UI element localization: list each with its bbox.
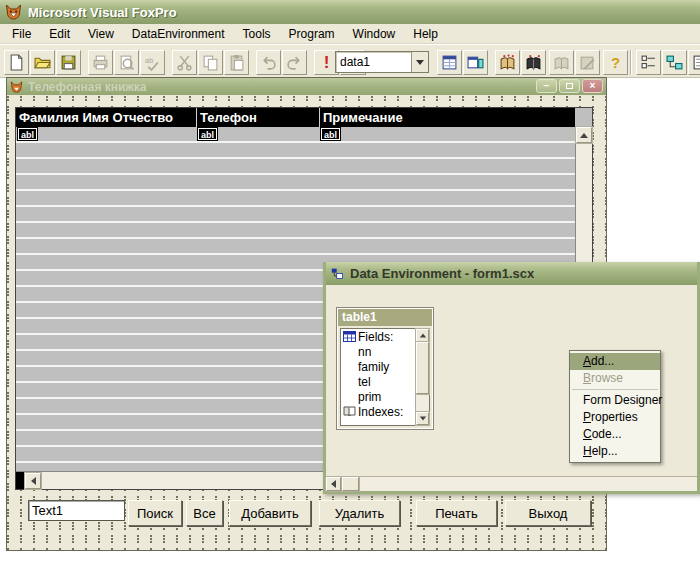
scroll-left-button[interactable] <box>25 473 41 489</box>
data-environment-horizontal-scrollbar[interactable] <box>326 476 697 491</box>
properties-button[interactable] <box>688 50 700 75</box>
scrollbar-thumb[interactable] <box>342 477 359 491</box>
foxpro-main-window: Microsoft Visual FoxPro File Edit View D… <box>0 0 700 567</box>
desktop-area: Телефонная книжка − × Фамилия Имя Отчест… <box>0 78 700 567</box>
scroll-up-button[interactable] <box>416 329 429 342</box>
open-folder-icon <box>34 54 51 71</box>
data-environment-button[interactable] <box>662 50 687 75</box>
menu-item-label: rowse <box>591 371 623 385</box>
context-menu-code[interactable]: Code... <box>570 426 660 443</box>
tab-order-button[interactable] <box>636 50 661 75</box>
delete-record-button[interactable]: Удалить <box>319 500 400 526</box>
field-list-scrollbar[interactable] <box>415 329 429 425</box>
maximize-button[interactable] <box>559 79 580 93</box>
scroll-up-button[interactable] <box>576 127 592 143</box>
menu-help[interactable]: Help <box>407 25 444 43</box>
textbox-control-marker: abl <box>198 128 217 140</box>
print-button[interactable] <box>88 50 113 75</box>
data-session-button[interactable] <box>463 50 488 75</box>
context-menu-form-designer[interactable]: Form Designer <box>570 392 660 409</box>
table1-field-list: Fields: nn family tel prim Indexes: <box>340 328 430 426</box>
print-preview-button[interactable] <box>114 50 139 75</box>
menu-program[interactable]: Program <box>283 25 341 43</box>
form-window-controls: − × <box>536 79 603 93</box>
record-marker-block <box>16 472 25 489</box>
context-menu-browse[interactable]: Browse <box>570 370 660 387</box>
context-menu-properties[interactable]: Properties <box>570 409 660 426</box>
disabled-builder-button-1[interactable] <box>549 50 574 75</box>
accelerator: B <box>583 371 591 385</box>
menu-window[interactable]: Window <box>347 25 402 43</box>
close-button[interactable]: × <box>582 79 603 93</box>
search-textbox[interactable] <box>28 500 125 521</box>
menu-item-label: elp... <box>592 444 618 458</box>
triangle-left-icon <box>31 477 36 485</box>
print-records-button[interactable]: Печать <box>416 500 497 526</box>
list-item-label: nn <box>358 345 371 359</box>
menu-tools[interactable]: Tools <box>237 25 277 43</box>
list-item-label: family <box>358 360 389 374</box>
disabled-builder-button-2[interactable] <box>575 50 600 75</box>
scroll-left-button[interactable] <box>326 477 341 491</box>
chevron-down-icon <box>416 60 424 65</box>
search-button[interactable]: Поиск <box>128 500 182 526</box>
fields-icon <box>343 331 356 342</box>
menu-dataenvironment[interactable]: DataEnvironment <box>126 25 231 43</box>
new-doc-icon <box>8 54 25 71</box>
undo-button[interactable] <box>256 50 281 75</box>
save-button[interactable] <box>56 50 81 75</box>
accelerator: A <box>583 354 591 368</box>
cut-button[interactable] <box>172 50 197 75</box>
context-menu-add[interactable]: Add... <box>570 353 660 370</box>
menu-file[interactable]: File <box>6 25 37 43</box>
tab-order-icon <box>640 54 657 71</box>
form-window-titlebar: Телефонная книжка − × <box>7 78 606 95</box>
table1-cursor-panel[interactable]: table1 Fields: nn family tel prim Indexe… <box>337 308 433 429</box>
menu-item-label: roperties <box>591 410 638 424</box>
modify-database-button[interactable] <box>495 50 520 75</box>
menu-view[interactable]: View <box>82 25 120 43</box>
standard-toolbar: ab ! data1 <box>0 45 700 78</box>
print-preview-icon <box>118 54 135 71</box>
add-record-button[interactable]: Добавить <box>229 500 311 526</box>
copy-icon <box>202 54 219 71</box>
modify-database-book-icon <box>499 54 516 71</box>
triangle-up-icon <box>580 133 588 138</box>
undo-arrow-icon <box>260 54 277 71</box>
scroll-down-button[interactable] <box>416 412 429 425</box>
disabled-builder-icon-2 <box>579 54 596 71</box>
exit-button[interactable]: Выход <box>505 500 591 526</box>
scrollbar-thumb[interactable] <box>416 342 429 394</box>
menu-item-label: ode... <box>592 427 622 441</box>
grid-header-phone: Телефон <box>196 108 319 127</box>
paste-button[interactable] <box>224 50 249 75</box>
redo-button[interactable] <box>282 50 307 75</box>
data-environment-context-menu: Add... Browse Form Designer Properties C… <box>569 350 661 463</box>
properties-icon <box>692 54 700 71</box>
database-combobox[interactable]: data1 <box>335 51 429 73</box>
database-combobox-value: data1 <box>336 55 411 69</box>
context-menu-help[interactable]: Help... <box>570 443 660 460</box>
app-titlebar: Microsoft Visual FoxPro <box>0 0 700 24</box>
menu-separator <box>572 389 658 390</box>
help-button[interactable]: ? <box>603 50 628 75</box>
list-item-label: Fields: <box>358 330 393 344</box>
show-all-button[interactable]: Все <box>186 500 223 526</box>
minimize-button[interactable]: − <box>536 79 557 93</box>
spelling-button[interactable]: ab <box>140 50 165 75</box>
table1-panel-title: table1 <box>338 309 432 326</box>
foxpro-fox-icon <box>5 4 22 20</box>
toolbar-separator <box>630 50 632 75</box>
open-button[interactable] <box>30 50 55 75</box>
new-button[interactable] <box>4 50 29 75</box>
print-icon <box>92 54 109 71</box>
grid-header-name: Фамилия Имя Отчество <box>16 108 196 127</box>
menu-edit[interactable]: Edit <box>43 25 76 43</box>
modify-table-button[interactable] <box>521 50 546 75</box>
view-window-button[interactable] <box>437 50 462 75</box>
copy-button[interactable] <box>198 50 223 75</box>
form-window-title: Телефонная книжка <box>28 80 147 94</box>
accelerator: H <box>583 444 592 458</box>
data-environment-titlebar: Data Environment - form1.scx <box>326 262 697 285</box>
combobox-dropdown-button[interactable] <box>411 52 428 72</box>
